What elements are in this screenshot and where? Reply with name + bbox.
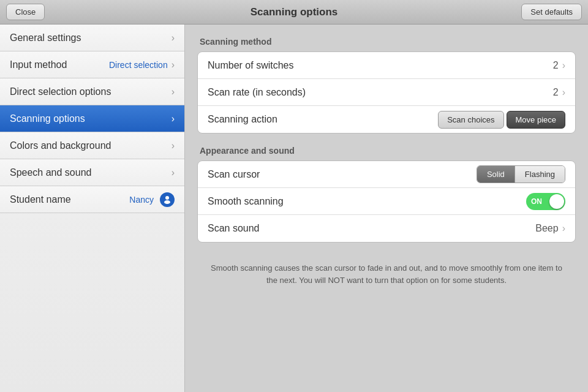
scanning-action-buttons: Scan choices Move piece [438,111,565,129]
scan-cursor-segmented: Solid Flashing [477,165,565,183]
sidebar-item-general-settings[interactable]: General settings › [0,24,184,51]
scanning-action-row: Scanning action Scan choices Move piece [198,106,575,133]
num-switches-row[interactable]: Number of switches 2 › [198,52,575,79]
smooth-scanning-note: Smooth scanning causes the scan cursor t… [197,255,576,293]
smooth-scanning-toggle[interactable]: ON [526,193,565,210]
main-layout: General settings › Input method Direct s… [0,24,588,392]
section-header-appearance: Appearance and sound [200,146,576,156]
chevron-right-icon: › [562,87,565,98]
set-defaults-button[interactable]: Set defaults [521,4,582,20]
move-piece-button[interactable]: Move piece [507,111,565,129]
svg-point-0 [165,196,169,200]
page-title: Scanning options [0,6,588,18]
chevron-right-icon: › [172,167,175,178]
close-button[interactable]: Close [6,4,45,20]
chevron-right-icon: › [562,60,565,71]
chevron-right-icon: › [172,59,175,70]
scan-sound-row[interactable]: Scan sound Beep › [198,215,575,242]
scan-cursor-solid-button[interactable]: Solid [477,166,515,183]
section-header-scanning-method: Scanning method [200,37,576,47]
chevron-right-icon: › [172,113,175,124]
chevron-right-icon: › [562,223,565,234]
scanning-method-card: Number of switches 2 › Scan rate (in sec… [197,51,576,134]
scan-cursor-row: Scan cursor Solid Flashing [198,161,575,188]
chevron-right-icon: › [172,140,175,151]
sidebar-item-scanning-options[interactable]: Scanning options › [0,105,184,132]
sidebar-item-speech-and-sound[interactable]: Speech and sound › [0,159,184,186]
toggle-knob [549,194,564,209]
sidebar-item-student-name[interactable]: Student name Nancy [0,186,184,213]
content-area: Scanning method Number of switches 2 › S… [185,24,588,392]
sidebar-item-direct-selection-options[interactable]: Direct selection options › [0,78,184,105]
student-icon [160,192,175,207]
chevron-right-icon: › [172,86,175,97]
scan-rate-row[interactable]: Scan rate (in seconds) 2 › [198,79,575,106]
svg-point-1 [164,200,170,204]
appearance-card: Scan cursor Solid Flashing Smooth scanni… [197,160,576,243]
chevron-right-icon: › [172,32,175,43]
scan-choices-button[interactable]: Scan choices [438,111,503,129]
sidebar-item-colors-and-background[interactable]: Colors and background › [0,132,184,159]
sidebar: General settings › Input method Direct s… [0,24,185,392]
sidebar-item-input-method[interactable]: Input method Direct selection › [0,51,184,78]
scan-cursor-flashing-button[interactable]: Flashing [515,166,565,183]
top-bar: Close Scanning options Set defaults [0,0,588,24]
smooth-scanning-row: Smooth scanning ON [198,188,575,215]
